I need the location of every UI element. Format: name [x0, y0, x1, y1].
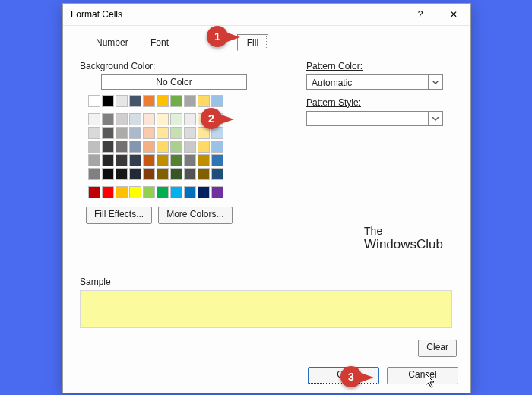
color-swatch[interactable]: [102, 168, 114, 180]
callout-tail-icon: [219, 114, 234, 125]
color-swatch[interactable]: [157, 113, 169, 125]
color-swatch[interactable]: [102, 95, 114, 107]
close-icon: ✕: [450, 9, 458, 20]
color-swatch[interactable]: [198, 168, 210, 180]
color-swatch[interactable]: [102, 127, 114, 139]
color-swatch[interactable]: [88, 186, 100, 198]
color-swatch[interactable]: [157, 186, 169, 198]
tab-font[interactable]: Font: [141, 34, 179, 50]
cancel-button[interactable]: Cancel: [387, 367, 458, 384]
logo-line2: WindowsClub: [364, 237, 443, 252]
color-swatch[interactable]: [157, 141, 169, 153]
color-swatch[interactable]: [129, 154, 141, 166]
color-swatch[interactable]: [211, 95, 223, 107]
pattern-style-dropdown[interactable]: [306, 111, 443, 126]
color-swatch[interactable]: [170, 95, 182, 107]
color-swatch[interactable]: [129, 127, 141, 139]
color-swatch[interactable]: [184, 127, 196, 139]
chevron-down-icon: [428, 112, 442, 125]
color-swatch[interactable]: [143, 154, 155, 166]
color-swatch[interactable]: [170, 113, 182, 125]
color-swatch[interactable]: [157, 127, 169, 139]
color-swatch[interactable]: [211, 168, 223, 180]
pattern-color-dropdown[interactable]: Automatic: [306, 74, 443, 90]
color-swatch[interactable]: [88, 154, 100, 166]
format-cells-dialog: Format Cells ? ✕ Number Font Fill Backgr…: [62, 3, 471, 393]
color-swatch[interactable]: [102, 154, 114, 166]
sample-preview: [80, 290, 452, 328]
color-swatch[interactable]: [116, 186, 128, 198]
color-swatch[interactable]: [170, 127, 182, 139]
callout-label: 1: [214, 30, 220, 43]
color-swatch[interactable]: [129, 95, 141, 107]
color-swatch[interactable]: [129, 168, 141, 180]
close-button[interactable]: ✕: [437, 4, 470, 25]
tab-number[interactable]: Number: [86, 34, 138, 50]
annotation-callout-3: 3: [340, 366, 362, 387]
label-sample: Sample: [80, 276, 452, 287]
tab-fill[interactable]: Fill: [237, 34, 268, 51]
color-swatch[interactable]: [211, 154, 223, 166]
color-swatch[interactable]: [102, 186, 114, 198]
label-background-color: Background Color:: [80, 61, 300, 71]
color-swatch[interactable]: [116, 127, 128, 139]
color-swatch[interactable]: [170, 154, 182, 166]
color-swatch[interactable]: [184, 141, 196, 153]
color-swatch[interactable]: [211, 141, 223, 153]
color-swatch[interactable]: [143, 95, 155, 107]
color-swatch[interactable]: [102, 113, 114, 125]
help-button[interactable]: ?: [404, 4, 437, 25]
color-swatch[interactable]: [157, 168, 169, 180]
color-swatch[interactable]: [157, 95, 169, 107]
color-swatch[interactable]: [143, 141, 155, 153]
color-swatch[interactable]: [88, 113, 100, 125]
right-column: Pattern Color: Automatic Pattern Style:: [306, 61, 458, 134]
color-swatch[interactable]: [129, 141, 141, 153]
color-swatch[interactable]: [129, 186, 141, 198]
color-swatch[interactable]: [116, 113, 128, 125]
color-swatch[interactable]: [143, 186, 155, 198]
dialog-body: Number Font Fill Background Color: No Co…: [63, 26, 470, 393]
sample-section: Sample: [80, 276, 452, 328]
color-swatch[interactable]: [157, 154, 169, 166]
color-swatch[interactable]: [198, 141, 210, 153]
color-swatch[interactable]: [184, 113, 196, 125]
titlebar: Format Cells ? ✕: [63, 4, 470, 26]
color-swatch[interactable]: [88, 127, 100, 139]
chevron-down-icon: [428, 75, 442, 89]
color-swatch[interactable]: [88, 168, 100, 180]
color-swatch[interactable]: [184, 95, 196, 107]
fill-effects-button[interactable]: Fill Effects...: [86, 207, 152, 224]
color-swatch[interactable]: [198, 186, 210, 198]
clear-button[interactable]: Clear: [418, 340, 457, 357]
color-swatch[interactable]: [170, 186, 182, 198]
label-pattern-style: Pattern Style:: [306, 97, 458, 108]
color-swatch[interactable]: [116, 141, 128, 153]
color-swatch[interactable]: [116, 95, 128, 107]
color-swatch[interactable]: [116, 168, 128, 180]
color-swatch[interactable]: [170, 141, 182, 153]
color-swatch[interactable]: [198, 95, 210, 107]
color-swatch[interactable]: [129, 113, 141, 125]
color-swatch[interactable]: [88, 95, 100, 107]
more-colors-button[interactable]: More Colors...: [158, 207, 232, 224]
tab-strip: Number Font Fill: [86, 33, 461, 50]
color-swatch[interactable]: [184, 186, 196, 198]
left-column: Background Color: No Color Fill Effects.…: [80, 61, 300, 224]
annotation-callout-1: 1: [207, 26, 228, 47]
no-color-button[interactable]: No Color: [101, 74, 247, 90]
color-swatch[interactable]: [198, 154, 210, 166]
color-swatch[interactable]: [116, 154, 128, 166]
color-swatch[interactable]: [184, 168, 196, 180]
color-swatch[interactable]: [102, 141, 114, 153]
color-swatch[interactable]: [143, 168, 155, 180]
callout-label: 3: [348, 371, 354, 383]
watermark-logo: The WindowsClub: [364, 225, 443, 252]
color-swatch[interactable]: [170, 168, 182, 180]
color-swatch[interactable]: [88, 141, 100, 153]
color-swatch[interactable]: [211, 186, 223, 198]
color-swatch[interactable]: [143, 113, 155, 125]
color-swatch[interactable]: [184, 154, 196, 166]
annotation-callout-2: 2: [201, 108, 222, 129]
color-swatch[interactable]: [143, 127, 155, 139]
